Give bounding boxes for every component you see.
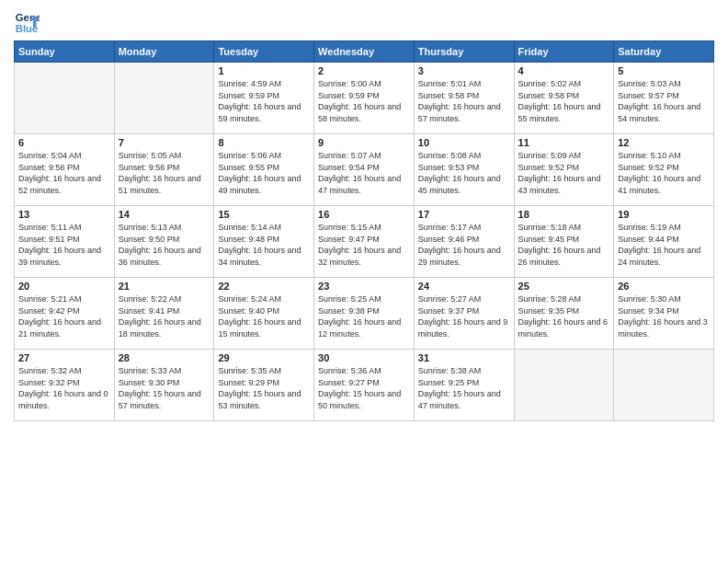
day-number: 3 — [418, 65, 510, 76]
calendar-cell: 6Sunrise: 5:04 AMSunset: 9:56 PMDaylight… — [15, 134, 115, 206]
day-header-tuesday: Tuesday — [214, 41, 314, 63]
day-info: Sunrise: 5:01 AMSunset: 9:58 PMDaylight:… — [418, 78, 510, 124]
day-header-sunday: Sunday — [15, 41, 115, 63]
week-row-2: 6Sunrise: 5:04 AMSunset: 9:56 PMDaylight… — [15, 134, 714, 206]
calendar-cell: 9Sunrise: 5:07 AMSunset: 9:54 PMDaylight… — [314, 134, 415, 206]
day-info: Sunrise: 5:30 AMSunset: 9:34 PMDaylight:… — [618, 293, 710, 339]
calendar-cell: 24Sunrise: 5:27 AMSunset: 9:37 PMDayligh… — [414, 278, 514, 350]
day-info: Sunrise: 5:11 AMSunset: 9:51 PMDaylight:… — [18, 222, 110, 268]
calendar-cell: 26Sunrise: 5:30 AMSunset: 9:34 PMDayligh… — [614, 278, 714, 350]
day-header-wednesday: Wednesday — [314, 41, 415, 63]
calendar-cell: 4Sunrise: 5:02 AMSunset: 9:58 PMDaylight… — [514, 63, 614, 134]
day-number: 11 — [518, 137, 610, 148]
week-row-4: 20Sunrise: 5:21 AMSunset: 9:42 PMDayligh… — [15, 278, 714, 350]
day-info: Sunrise: 5:09 AMSunset: 9:52 PMDaylight:… — [518, 150, 610, 196]
calendar-cell: 30Sunrise: 5:36 AMSunset: 9:27 PMDayligh… — [314, 350, 415, 421]
day-number: 10 — [418, 137, 510, 148]
calendar-cell: 22Sunrise: 5:24 AMSunset: 9:40 PMDayligh… — [214, 278, 314, 350]
calendar-cell — [114, 63, 214, 134]
day-info: Sunrise: 5:05 AMSunset: 9:56 PMDaylight:… — [119, 150, 210, 196]
calendar-cell — [514, 350, 614, 421]
day-info: Sunrise: 5:07 AMSunset: 9:54 PMDaylight:… — [318, 150, 410, 196]
day-number: 21 — [119, 281, 210, 292]
day-number: 12 — [618, 137, 710, 148]
calendar-container: General Blue SundayMondayTuesdayWednesda… — [0, 0, 728, 563]
calendar-cell: 20Sunrise: 5:21 AMSunset: 9:42 PMDayligh… — [15, 278, 115, 350]
calendar-cell: 8Sunrise: 5:06 AMSunset: 9:55 PMDaylight… — [214, 134, 314, 206]
day-info: Sunrise: 5:10 AMSunset: 9:52 PMDaylight:… — [618, 150, 710, 196]
day-number: 13 — [18, 209, 110, 220]
calendar-cell: 27Sunrise: 5:32 AMSunset: 9:32 PMDayligh… — [15, 350, 115, 421]
day-number: 23 — [318, 281, 410, 292]
calendar-cell: 12Sunrise: 5:10 AMSunset: 9:52 PMDayligh… — [614, 134, 714, 206]
day-number: 15 — [218, 209, 310, 220]
week-row-1: 1Sunrise: 4:59 AMSunset: 9:59 PMDaylight… — [15, 63, 714, 134]
calendar-cell: 25Sunrise: 5:28 AMSunset: 9:35 PMDayligh… — [514, 278, 614, 350]
day-number: 1 — [218, 65, 310, 76]
day-number: 26 — [618, 281, 710, 292]
week-row-3: 13Sunrise: 5:11 AMSunset: 9:51 PMDayligh… — [15, 206, 714, 278]
day-info: Sunrise: 5:32 AMSunset: 9:32 PMDaylight:… — [18, 365, 110, 411]
day-info: Sunrise: 5:27 AMSunset: 9:37 PMDaylight:… — [418, 293, 510, 339]
calendar-cell: 3Sunrise: 5:01 AMSunset: 9:58 PMDaylight… — [414, 63, 514, 134]
day-info: Sunrise: 5:00 AMSunset: 9:59 PMDaylight:… — [318, 78, 410, 124]
calendar-cell: 19Sunrise: 5:19 AMSunset: 9:44 PMDayligh… — [614, 206, 714, 278]
calendar-cell: 17Sunrise: 5:17 AMSunset: 9:46 PMDayligh… — [414, 206, 514, 278]
calendar-cell: 5Sunrise: 5:03 AMSunset: 9:57 PMDaylight… — [614, 63, 714, 134]
day-number: 9 — [318, 137, 410, 148]
day-info: Sunrise: 5:22 AMSunset: 9:41 PMDaylight:… — [119, 293, 210, 339]
calendar-table: SundayMondayTuesdayWednesdayThursdayFrid… — [14, 40, 714, 421]
calendar-cell: 18Sunrise: 5:18 AMSunset: 9:45 PMDayligh… — [514, 206, 614, 278]
calendar-cell: 11Sunrise: 5:09 AMSunset: 9:52 PMDayligh… — [514, 134, 614, 206]
day-header-monday: Monday — [114, 41, 214, 63]
day-info: Sunrise: 5:18 AMSunset: 9:45 PMDaylight:… — [518, 222, 610, 268]
day-header-friday: Friday — [514, 41, 614, 63]
day-info: Sunrise: 5:02 AMSunset: 9:58 PMDaylight:… — [518, 78, 610, 124]
day-number: 2 — [318, 65, 410, 76]
day-number: 4 — [518, 65, 610, 76]
day-number: 27 — [18, 352, 110, 363]
calendar-cell: 28Sunrise: 5:33 AMSunset: 9:30 PMDayligh… — [114, 350, 214, 421]
calendar-cell: 7Sunrise: 5:05 AMSunset: 9:56 PMDaylight… — [114, 134, 214, 206]
day-number: 30 — [318, 352, 410, 363]
day-info: Sunrise: 5:06 AMSunset: 9:55 PMDaylight:… — [218, 150, 310, 196]
day-info: Sunrise: 5:28 AMSunset: 9:35 PMDaylight:… — [518, 293, 610, 339]
day-info: Sunrise: 5:24 AMSunset: 9:40 PMDaylight:… — [218, 293, 310, 339]
day-number: 17 — [418, 209, 510, 220]
calendar-cell — [614, 350, 714, 421]
day-info: Sunrise: 5:21 AMSunset: 9:42 PMDaylight:… — [18, 293, 110, 339]
calendar-cell: 13Sunrise: 5:11 AMSunset: 9:51 PMDayligh… — [15, 206, 115, 278]
day-header-thursday: Thursday — [414, 41, 514, 63]
calendar-cell: 23Sunrise: 5:25 AMSunset: 9:38 PMDayligh… — [314, 278, 415, 350]
day-number: 29 — [218, 352, 310, 363]
day-info: Sunrise: 4:59 AMSunset: 9:59 PMDaylight:… — [218, 78, 310, 124]
day-info: Sunrise: 5:36 AMSunset: 9:27 PMDaylight:… — [318, 365, 410, 411]
header: General Blue — [14, 9, 714, 35]
day-number: 5 — [618, 65, 710, 76]
day-number: 25 — [518, 281, 610, 292]
day-info: Sunrise: 5:08 AMSunset: 9:53 PMDaylight:… — [418, 150, 510, 196]
day-number: 31 — [418, 352, 510, 363]
logo-icon: General Blue — [14, 9, 40, 35]
day-info: Sunrise: 5:15 AMSunset: 9:47 PMDaylight:… — [318, 222, 410, 268]
day-info: Sunrise: 5:33 AMSunset: 9:30 PMDaylight:… — [119, 365, 210, 411]
day-number: 6 — [18, 137, 110, 148]
day-number: 8 — [218, 137, 310, 148]
day-header-saturday: Saturday — [614, 41, 714, 63]
day-info: Sunrise: 5:17 AMSunset: 9:46 PMDaylight:… — [418, 222, 510, 268]
day-info: Sunrise: 5:03 AMSunset: 9:57 PMDaylight:… — [618, 78, 710, 124]
day-number: 20 — [18, 281, 110, 292]
day-number: 18 — [518, 209, 610, 220]
day-number: 7 — [119, 137, 210, 148]
day-number: 16 — [318, 209, 410, 220]
day-info: Sunrise: 5:25 AMSunset: 9:38 PMDaylight:… — [318, 293, 410, 339]
day-info: Sunrise: 5:38 AMSunset: 9:25 PMDaylight:… — [418, 365, 510, 411]
calendar-cell: 10Sunrise: 5:08 AMSunset: 9:53 PMDayligh… — [414, 134, 514, 206]
calendar-cell — [15, 63, 115, 134]
calendar-cell: 14Sunrise: 5:13 AMSunset: 9:50 PMDayligh… — [114, 206, 214, 278]
day-number: 14 — [119, 209, 210, 220]
calendar-cell: 31Sunrise: 5:38 AMSunset: 9:25 PMDayligh… — [414, 350, 514, 421]
day-info: Sunrise: 5:19 AMSunset: 9:44 PMDaylight:… — [618, 222, 710, 268]
day-number: 24 — [418, 281, 510, 292]
calendar-cell: 16Sunrise: 5:15 AMSunset: 9:47 PMDayligh… — [314, 206, 415, 278]
